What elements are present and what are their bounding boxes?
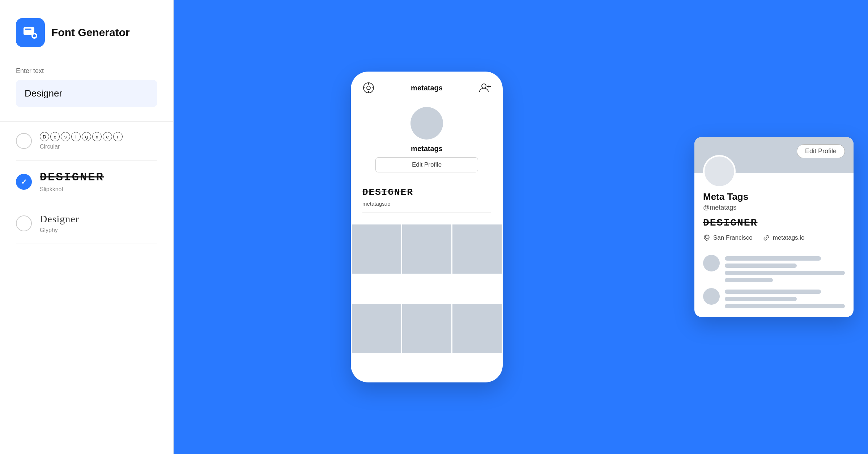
website-text: metatags.io	[773, 234, 805, 241]
card-meta: San Francisco metatags.io	[703, 234, 845, 241]
add-person-icon	[479, 82, 491, 94]
card-website: metatags.io	[763, 234, 805, 241]
card-post-item-2	[703, 288, 845, 308]
card-edit-profile-button[interactable]: Edit Profile	[797, 144, 845, 158]
phone-grid	[351, 224, 503, 382]
grid-cell-5	[402, 304, 451, 353]
grid-cell-1	[352, 224, 401, 274]
svg-point-5	[367, 86, 370, 90]
font-label-slipkknot: Slipkknot	[40, 186, 104, 193]
radio-glyphy[interactable]	[16, 215, 32, 231]
font-preview-slipkknot: DESIGNER	[40, 171, 104, 184]
post-line	[725, 278, 773, 282]
input-label: Enter text	[16, 67, 157, 75]
app-logo-icon	[16, 18, 45, 47]
font-option-glyphy[interactable]: Designer Glyphy	[16, 203, 157, 244]
phone-bio-text: DESIGNER	[362, 187, 491, 198]
phone-profile-name: metatags	[411, 145, 443, 153]
card-bio: DESIGNER	[703, 217, 845, 228]
radio-slipkknot[interactable]	[16, 174, 32, 190]
text-input[interactable]	[16, 80, 157, 107]
phone-avatar	[410, 107, 443, 140]
grid-cell-4	[352, 304, 401, 353]
font-option-circular[interactable]: Designer Circular	[16, 122, 157, 160]
font-label-circular: Circular	[40, 144, 123, 150]
font-label-glyphy: Glyphy	[40, 227, 79, 234]
font-info-slipkknot: DESIGNER Slipkknot	[40, 171, 104, 193]
middle-panel: metatags metatags Edit Profile DESIGNER …	[174, 0, 680, 454]
post-lines-2	[725, 288, 845, 308]
phone-username: metatags	[411, 84, 443, 92]
card-body: Meta Tags @metatags DESIGNER San Francis…	[694, 173, 854, 317]
post-line	[725, 304, 845, 308]
profile-card: Edit Profile Meta Tags @metatags DESIGNE…	[694, 137, 854, 317]
font-preview-circular: Designer	[40, 132, 123, 141]
card-header: Edit Profile	[694, 137, 854, 173]
post-line	[725, 290, 821, 294]
phone-edit-profile-button[interactable]: Edit Profile	[375, 157, 478, 172]
left-panel: Font Generator Enter text Designer Circu…	[0, 0, 174, 454]
post-line	[725, 297, 797, 301]
phone-top-bar: metatags	[351, 72, 503, 101]
grid-cell-6	[452, 304, 502, 353]
settings-icon	[362, 82, 375, 94]
post-line	[725, 271, 845, 275]
svg-point-10	[482, 84, 486, 88]
card-posts	[703, 255, 845, 308]
app-title: Font Generator	[51, 26, 130, 39]
card-name: Meta Tags	[703, 191, 845, 202]
post-avatar-2	[703, 288, 720, 305]
card-post-item-1	[703, 255, 845, 282]
svg-point-2	[33, 34, 36, 37]
font-info-glyphy: Designer Glyphy	[40, 213, 79, 234]
post-line	[725, 256, 821, 261]
card-divider	[703, 249, 845, 249]
phone-divider	[362, 213, 491, 213]
location-icon	[703, 234, 710, 241]
phone-bio-area: DESIGNER metatags.io	[351, 178, 503, 224]
svg-point-13	[705, 236, 708, 239]
grid-cell-3	[452, 224, 502, 274]
card-location: San Francisco	[703, 234, 753, 241]
font-preview-glyphy: Designer	[40, 213, 79, 225]
link-icon	[763, 234, 770, 241]
phone-link: metatags.io	[362, 201, 491, 207]
svg-rect-3	[25, 29, 31, 30]
card-avatar	[703, 155, 736, 188]
phone-mockup: metatags metatags Edit Profile DESIGNER …	[351, 72, 503, 382]
radio-circular[interactable]	[16, 133, 32, 149]
right-panel: Edit Profile Meta Tags @metatags DESIGNE…	[680, 0, 868, 454]
logo-area: Font Generator	[16, 18, 157, 47]
post-avatar-1	[703, 255, 720, 271]
grid-cell-2	[402, 224, 451, 274]
font-option-slipkknot[interactable]: DESIGNER Slipkknot	[16, 160, 157, 203]
phone-profile-area: metatags Edit Profile	[351, 101, 503, 178]
font-info-circular: Designer Circular	[40, 132, 123, 150]
post-lines-1	[725, 255, 845, 282]
location-text: San Francisco	[713, 234, 753, 241]
card-handle: @metatags	[703, 204, 845, 211]
post-line	[725, 264, 797, 268]
